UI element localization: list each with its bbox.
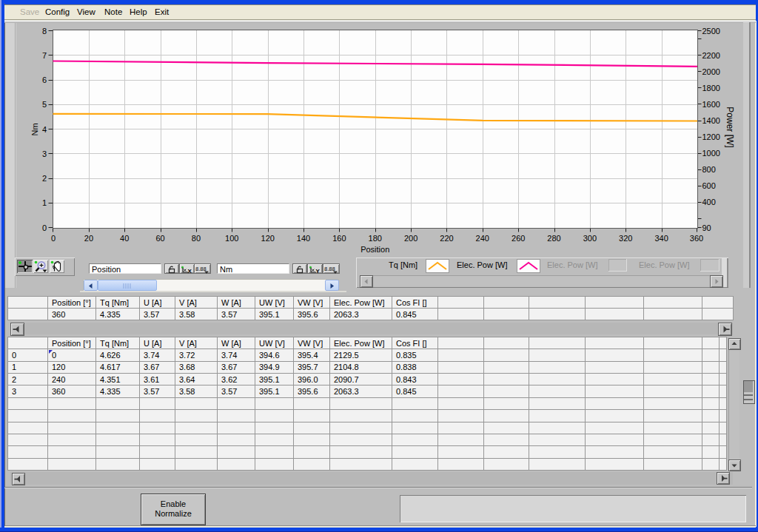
- svg-text:400: 400: [702, 198, 716, 206]
- svg-text:Position: Position: [360, 245, 389, 254]
- svg-text:1800: 1800: [702, 84, 720, 92]
- svg-text:Y: Y: [316, 268, 321, 275]
- svg-text:1400: 1400: [702, 116, 720, 125]
- svg-text:8: 8: [42, 27, 47, 36]
- svg-text:2: 2: [42, 174, 47, 183]
- svg-text:5: 5: [42, 100, 47, 109]
- svg-text:160: 160: [332, 234, 346, 243]
- svg-text:3: 3: [42, 149, 47, 158]
- svg-text:340: 340: [654, 234, 668, 243]
- svg-text:2500: 2500: [702, 27, 720, 36]
- svg-text:Nm: Nm: [30, 123, 39, 135]
- svg-text:20: 20: [84, 234, 93, 243]
- svg-text:80: 80: [192, 234, 201, 243]
- svg-text:Power [W]: Power [W]: [725, 107, 735, 147]
- svg-text:300: 300: [583, 234, 597, 243]
- svg-text:240: 240: [476, 234, 489, 243]
- svg-text:180: 180: [369, 234, 382, 243]
- svg-text:800: 800: [702, 165, 716, 174]
- svg-text:1200: 1200: [702, 132, 720, 141]
- svg-text:1: 1: [42, 198, 47, 207]
- svg-text:8.88: 8.88: [195, 266, 207, 272]
- svg-text:4: 4: [42, 125, 47, 134]
- svg-text:X: X: [188, 268, 192, 275]
- svg-text:0: 0: [42, 223, 47, 232]
- svg-text:600: 600: [702, 181, 716, 190]
- svg-text:200: 200: [404, 234, 417, 243]
- svg-text:140: 140: [297, 234, 310, 243]
- svg-text:2000: 2000: [702, 67, 720, 76]
- svg-text:0: 0: [51, 234, 56, 243]
- svg-text:260: 260: [512, 234, 525, 243]
- svg-text:320: 320: [619, 234, 632, 243]
- svg-text:7: 7: [42, 51, 47, 60]
- svg-text:1000: 1000: [702, 149, 720, 158]
- svg-text:8.88: 8.88: [324, 266, 335, 272]
- svg-text:60: 60: [155, 234, 164, 243]
- svg-text:40: 40: [120, 234, 129, 243]
- svg-text:220: 220: [440, 234, 453, 243]
- svg-text:280: 280: [547, 234, 560, 243]
- svg-text:6: 6: [42, 75, 47, 84]
- svg-text:100: 100: [225, 234, 238, 243]
- svg-text:2200: 2200: [702, 51, 720, 60]
- svg-text:360: 360: [690, 234, 703, 243]
- svg-text:1600: 1600: [702, 100, 720, 109]
- svg-text:120: 120: [261, 234, 275, 243]
- svg-text:90: 90: [702, 223, 711, 232]
